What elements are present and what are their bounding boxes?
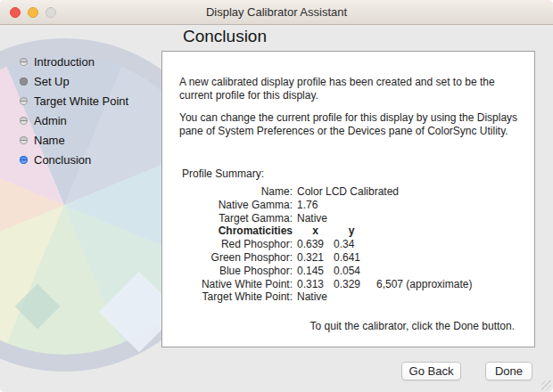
- window-title: Display Calibrator Assistant: [0, 0, 553, 24]
- close-button-icon[interactable]: [10, 7, 21, 18]
- quit-instruction: To quit the calibrator, click the Done b…: [310, 320, 515, 332]
- profile-summary-title: Profile Summary:: [182, 167, 264, 180]
- step-bullet-icon: [20, 136, 28, 144]
- row-label: Native White Point:: [162, 278, 293, 290]
- page-title: Conclusion: [183, 27, 267, 46]
- step-target-white-point: Target White Point: [20, 91, 128, 110]
- profile-summary-table: Name: Color LCD Calibrated Native Gamma:…: [162, 185, 534, 304]
- row-label: Name:: [162, 185, 293, 198]
- table-row: Target Gamma: Native: [162, 212, 534, 225]
- row-label: Green Phosphor:: [162, 251, 293, 264]
- paragraph: A new calibrated display profile has bee…: [179, 76, 525, 102]
- step-bullet-icon: [20, 78, 28, 86]
- minimize-button-icon[interactable]: [28, 7, 38, 18]
- row-value: Native: [297, 212, 327, 225]
- column-header-y: y: [334, 225, 369, 237]
- step-label: Introduction: [34, 55, 95, 69]
- step-label: Conclusion: [34, 153, 91, 167]
- row-label: Blue Phosphor:: [162, 265, 293, 277]
- table-row: Green Phosphor: 0.321 0.641: [162, 251, 534, 265]
- done-button[interactable]: Done: [485, 362, 532, 380]
- step-name: Name: [20, 130, 128, 150]
- row-value: Native: [297, 290, 327, 303]
- step-label: Name: [34, 134, 65, 147]
- intro-paragraphs: A new calibrated display profile has bee…: [179, 76, 525, 147]
- row-y-value: 0.34: [334, 238, 369, 250]
- content-panel: A new calibrated display profile has bee…: [161, 51, 535, 347]
- row-label: Chromaticities: [162, 225, 293, 237]
- step-bullet-icon: [20, 58, 28, 66]
- table-row: Blue Phosphor: 0.145 0.054: [162, 265, 534, 278]
- table-row: Red Phosphor: 0.639 0.34: [162, 238, 534, 251]
- table-row: Name: Color LCD Calibrated: [162, 185, 534, 199]
- step-bullet-icon: [20, 97, 28, 105]
- resize-grip-icon[interactable]: [541, 380, 551, 390]
- step-conclusion: Conclusion: [20, 150, 128, 169]
- table-header-row: Chromaticities x y: [162, 225, 534, 238]
- row-value: Color LCD Calibrated: [297, 185, 399, 198]
- row-x-value: 0.321: [297, 251, 334, 264]
- row-label: Native Gamma:: [162, 199, 293, 211]
- row-label: Red Phosphor:: [162, 238, 293, 250]
- table-row: Target White Point: Native: [162, 290, 534, 304]
- row-x-value: 0.145: [297, 265, 334, 277]
- white-point-temperature: 6,507 (approximate): [376, 278, 472, 290]
- step-bullet-icon: [20, 117, 28, 125]
- row-y-value: 0.054: [334, 265, 369, 277]
- row-label: Target Gamma:: [162, 212, 293, 225]
- step-label: Target White Point: [34, 94, 128, 108]
- table-row: Native Gamma: 1.76: [162, 199, 534, 212]
- step-admin: Admin: [20, 110, 128, 130]
- titlebar[interactable]: Display Calibrator Assistant: [0, 0, 553, 25]
- row-label: Target White Point:: [162, 290, 293, 303]
- step-label: Admin: [34, 114, 67, 127]
- step-list: Introduction Set Up Target White Point A…: [20, 52, 128, 169]
- row-y-value: 0.641: [334, 251, 369, 264]
- step-introduction: Introduction: [20, 52, 128, 71]
- zoom-button-icon: [45, 7, 56, 18]
- go-back-button[interactable]: Go Back: [401, 362, 461, 380]
- row-y-value: 0.329: [334, 278, 369, 290]
- step-bullet-icon: [20, 156, 28, 164]
- table-row: Native White Point: 0.313 0.329 6,507 (a…: [162, 278, 534, 291]
- row-x-value: 0.313: [297, 278, 334, 290]
- step-set-up: Set Up: [20, 71, 128, 91]
- step-label: Set Up: [34, 75, 70, 88]
- row-x-value: 0.639: [297, 238, 334, 250]
- column-header-x: x: [297, 225, 334, 237]
- row-value: 1.76: [297, 199, 318, 211]
- paragraph: You can change the current profile for t…: [179, 111, 525, 138]
- display-calibrator-window: Display Calibrator Assistant Introductio…: [0, 0, 553, 392]
